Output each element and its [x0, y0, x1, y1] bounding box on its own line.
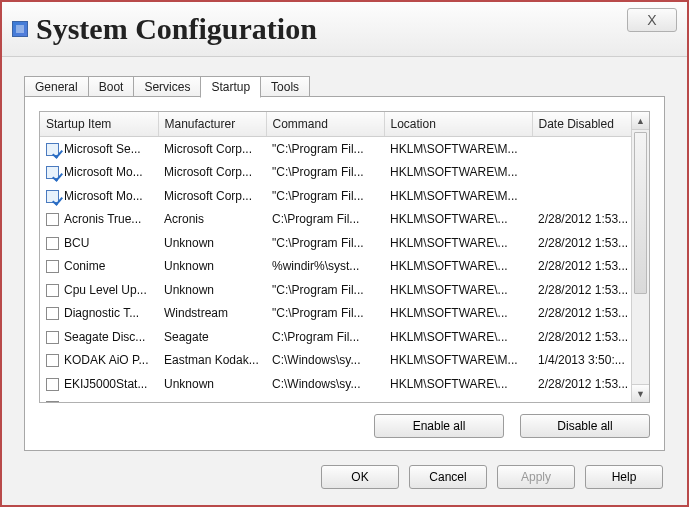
apply-button: Apply — [497, 465, 575, 489]
table-row[interactable]: Microsoft Mo...Microsoft Corp..."C:\Prog… — [40, 184, 632, 208]
startup-item-name: Seagate Disc... — [64, 330, 145, 344]
manufacturer-cell: Microsoft Corp... — [158, 161, 266, 185]
date-disabled-cell — [532, 161, 632, 185]
startup-checkbox[interactable] — [46, 284, 59, 297]
location-cell: HKLM\SOFTWARE\... — [384, 302, 532, 326]
table-row[interactable]: Live Update 5UnknownC:\Program Fil...HKL… — [40, 396, 632, 403]
dialog-button-row: OK Cancel Apply Help — [321, 465, 663, 489]
startup-checkbox[interactable] — [46, 307, 59, 320]
date-disabled-cell: 1/4/2013 3:50:... — [532, 349, 632, 373]
date-disabled-cell: 2/28/2012 1:53... — [532, 278, 632, 302]
tab-general[interactable]: General — [24, 76, 89, 97]
table-row[interactable]: Seagate Disc...SeagateC:\Program Fil...H… — [40, 325, 632, 349]
help-button[interactable]: Help — [585, 465, 663, 489]
date-disabled-cell — [532, 137, 632, 161]
manufacturer-cell: Unknown — [158, 396, 266, 403]
scroll-down-button[interactable]: ▼ — [632, 384, 649, 402]
startup-item-name: Microsoft Mo... — [64, 189, 143, 203]
tab-strip: GeneralBootServicesStartupTools — [24, 74, 665, 96]
startup-item-name: Conime — [64, 259, 105, 273]
startup-table: Startup ItemManufacturerCommandLocationD… — [40, 112, 632, 402]
startup-checkbox[interactable] — [46, 166, 59, 179]
date-disabled-cell: 2/28/2012 1:53... — [532, 372, 632, 396]
tab-startup[interactable]: Startup — [200, 76, 261, 98]
manufacturer-cell: Windstream — [158, 302, 266, 326]
enable-all-button[interactable]: Enable all — [374, 414, 504, 438]
list-viewport[interactable]: Startup ItemManufacturerCommandLocationD… — [40, 112, 632, 402]
location-cell: HKLM\SOFTWARE\... — [384, 396, 532, 403]
column-header[interactable]: Location — [384, 112, 532, 137]
startup-item-name: Diagnostic T... — [64, 306, 139, 320]
title-bar[interactable]: System Configuration X — [2, 2, 687, 57]
window-title: System Configuration — [36, 12, 317, 46]
msconfig-window: System Configuration X GeneralBootServic… — [0, 0, 689, 507]
table-row[interactable]: BCUUnknown"C:\Program Fil...HKLM\SOFTWAR… — [40, 231, 632, 255]
startup-item-name: Microsoft Mo... — [64, 165, 143, 179]
date-disabled-cell: 8/11/2012 3:22... — [532, 396, 632, 403]
table-row[interactable]: KODAK AiO P...Eastman Kodak...C:\Windows… — [40, 349, 632, 373]
tab-services[interactable]: Services — [133, 76, 201, 97]
location-cell: HKLM\SOFTWARE\... — [384, 278, 532, 302]
startup-checkbox[interactable] — [46, 401, 59, 402]
table-row[interactable]: Cpu Level Up...Unknown"C:\Program Fil...… — [40, 278, 632, 302]
column-header[interactable]: Command — [266, 112, 384, 137]
command-cell: "C:\Program Fil... — [266, 184, 384, 208]
command-cell: "C:\Program Fil... — [266, 278, 384, 302]
table-row[interactable]: Diagnostic T...Windstream"C:\Program Fil… — [40, 302, 632, 326]
startup-item-name: Microsoft Se... — [64, 142, 141, 156]
location-cell: HKLM\SOFTWARE\... — [384, 231, 532, 255]
command-cell: %windir%\syst... — [266, 255, 384, 279]
startup-checkbox[interactable] — [46, 260, 59, 273]
date-disabled-cell: 2/28/2012 1:53... — [532, 208, 632, 232]
location-cell: HKLM\SOFTWARE\... — [384, 325, 532, 349]
startup-checkbox[interactable] — [46, 331, 59, 344]
manufacturer-cell: Unknown — [158, 231, 266, 255]
startup-checkbox[interactable] — [46, 213, 59, 226]
date-disabled-cell: 2/28/2012 1:53... — [532, 302, 632, 326]
startup-checkbox[interactable] — [46, 378, 59, 391]
table-row[interactable]: Acronis True...AcronisC:\Program Fil...H… — [40, 208, 632, 232]
startup-checkbox[interactable] — [46, 190, 59, 203]
command-cell: C:\Program Fil... — [266, 325, 384, 349]
cancel-button[interactable]: Cancel — [409, 465, 487, 489]
manufacturer-cell: Unknown — [158, 278, 266, 302]
date-disabled-cell — [532, 184, 632, 208]
date-disabled-cell: 2/28/2012 1:53... — [532, 325, 632, 349]
startup-checkbox[interactable] — [46, 143, 59, 156]
tab-boot[interactable]: Boot — [88, 76, 135, 97]
command-cell: C:\Program Fil... — [266, 396, 384, 403]
column-header[interactable]: Date Disabled — [532, 112, 632, 137]
startup-checkbox[interactable] — [46, 237, 59, 250]
startup-checkbox[interactable] — [46, 354, 59, 367]
command-cell: C:\Windows\sy... — [266, 349, 384, 373]
table-row[interactable]: ConimeUnknown%windir%\syst...HKLM\SOFTWA… — [40, 255, 632, 279]
vertical-scrollbar[interactable]: ▲ ▼ — [631, 112, 649, 402]
column-header[interactable]: Startup Item — [40, 112, 158, 137]
manufacturer-cell: Acronis — [158, 208, 266, 232]
table-row[interactable]: EKIJ5000Stat...UnknownC:\Windows\sy...HK… — [40, 372, 632, 396]
scroll-thumb[interactable] — [634, 132, 647, 294]
content-area: GeneralBootServicesStartupTools Startup … — [24, 74, 665, 451]
location-cell: HKLM\SOFTWARE\... — [384, 255, 532, 279]
command-cell: "C:\Program Fil... — [266, 302, 384, 326]
manufacturer-cell: Eastman Kodak... — [158, 349, 266, 373]
location-cell: HKLM\SOFTWARE\M... — [384, 137, 532, 161]
ok-button[interactable]: OK — [321, 465, 399, 489]
location-cell: HKLM\SOFTWARE\... — [384, 208, 532, 232]
location-cell: HKLM\SOFTWARE\M... — [384, 349, 532, 373]
table-row[interactable]: Microsoft Mo...Microsoft Corp..."C:\Prog… — [40, 161, 632, 185]
tab-tools[interactable]: Tools — [260, 76, 310, 97]
disable-all-button[interactable]: Disable all — [520, 414, 650, 438]
scroll-up-button[interactable]: ▲ — [632, 112, 649, 130]
date-disabled-cell: 2/28/2012 1:53... — [532, 255, 632, 279]
table-row[interactable]: Microsoft Se...Microsoft Corp..."C:\Prog… — [40, 137, 632, 161]
app-icon — [12, 21, 28, 37]
close-button[interactable]: X — [627, 8, 677, 32]
column-header[interactable]: Manufacturer — [158, 112, 266, 137]
startup-item-name: BCU — [64, 236, 89, 250]
startup-item-name: KODAK AiO P... — [64, 353, 148, 367]
date-disabled-cell: 2/28/2012 1:53... — [532, 231, 632, 255]
startup-item-name: Live Update 5 — [64, 400, 138, 402]
manufacturer-cell: Microsoft Corp... — [158, 184, 266, 208]
command-cell: "C:\Program Fil... — [266, 137, 384, 161]
